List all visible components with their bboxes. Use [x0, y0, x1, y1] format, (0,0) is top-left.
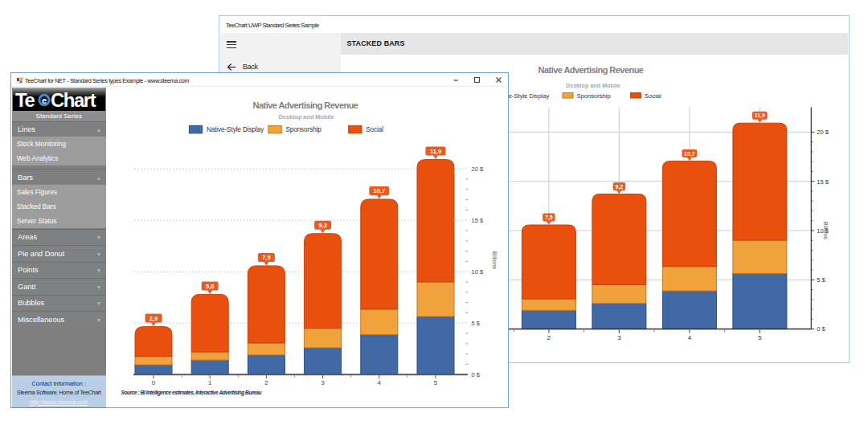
svg-text:Social: Social [366, 126, 383, 133]
svg-text:10 $: 10 $ [472, 268, 484, 276]
svg-text:5: 5 [434, 379, 438, 386]
svg-text:5: 5 [758, 334, 762, 341]
svg-text:Billions: Billions [492, 251, 497, 270]
svg-text:Sponsorship: Sponsorship [577, 92, 611, 100]
svg-text:2,9: 2,9 [149, 315, 158, 322]
svg-text:3: 3 [321, 379, 325, 386]
svg-text:2: 2 [264, 379, 268, 386]
svg-text:Social: Social [645, 92, 661, 100]
svg-text:Desktop and Mobile: Desktop and Mobile [278, 113, 334, 121]
svg-text:15 $: 15 $ [472, 217, 484, 224]
svg-text:9,2: 9,2 [616, 184, 624, 190]
svg-text:Source : BI Intelligence estim: Source : BI Intelligence estimates, Inte… [121, 390, 262, 396]
svg-text:4: 4 [688, 334, 692, 341]
svg-text:2: 2 [547, 334, 551, 341]
svg-text:Billions: Billions [823, 222, 829, 240]
svg-text:Sponsorship: Sponsorship [285, 126, 321, 133]
svg-text:10,7: 10,7 [373, 187, 385, 194]
svg-text:3: 3 [617, 334, 621, 341]
svg-text:0 $: 0 $ [817, 325, 825, 333]
svg-text:10,7: 10,7 [684, 151, 695, 157]
svg-text:5 $: 5 $ [817, 276, 825, 284]
svg-text:7,5: 7,5 [262, 254, 270, 261]
svg-text:Native Advertising Revenue: Native Advertising Revenue [538, 65, 644, 75]
svg-text:5,6: 5,6 [206, 283, 214, 290]
svg-text:5 $: 5 $ [472, 320, 481, 327]
svg-text:Desktop and Mobile: Desktop and Mobile [566, 82, 620, 89]
svg-text:20 $: 20 $ [817, 129, 829, 136]
svg-text:Native-Style Display: Native-Style Display [207, 126, 264, 133]
svg-text:20 $: 20 $ [472, 165, 484, 173]
svg-text:4: 4 [378, 379, 382, 386]
svg-text:7,5: 7,5 [545, 214, 553, 221]
svg-text:0: 0 [152, 379, 156, 386]
svg-text:15 $: 15 $ [817, 178, 829, 186]
svg-text:1: 1 [208, 379, 212, 386]
svg-text:9,2: 9,2 [318, 222, 326, 229]
svg-text:11,9: 11,9 [755, 112, 765, 119]
svg-text:0 $: 0 $ [472, 371, 481, 378]
svg-text:Native Advertising Revenue: Native Advertising Revenue [253, 100, 358, 110]
svg-text:11,9: 11,9 [430, 148, 441, 155]
